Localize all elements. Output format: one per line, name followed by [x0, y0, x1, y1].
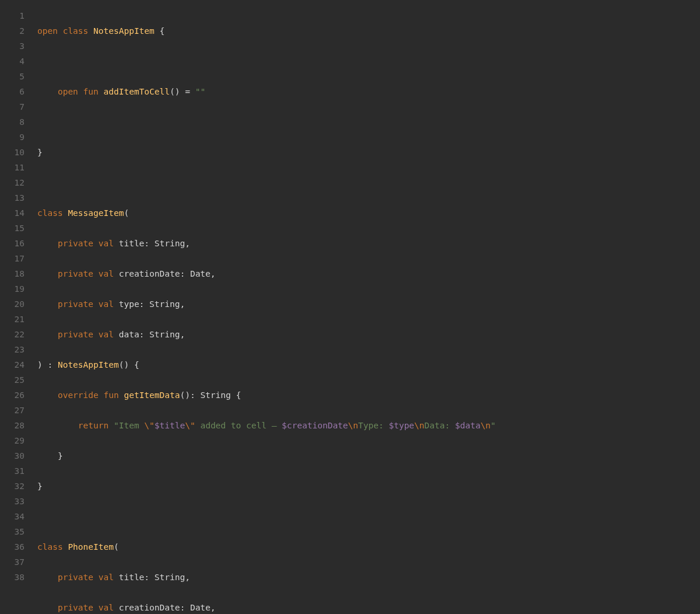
code-line[interactable]: class MessageItem(	[37, 205, 496, 221]
line-number: 8	[0, 114, 24, 130]
line-number: 2	[0, 23, 24, 39]
line-number: 30	[0, 448, 24, 463]
line-number: 34	[0, 509, 24, 524]
line-number: 22	[0, 327, 24, 342]
line-number: 5	[0, 69, 24, 84]
line-number: 32	[0, 479, 24, 494]
line-number: 35	[0, 524, 24, 539]
line-number: 13	[0, 190, 24, 205]
code-line[interactable]	[37, 175, 496, 190]
line-number: 6	[0, 84, 24, 99]
line-number: 11	[0, 160, 24, 175]
line-number: 25	[0, 372, 24, 388]
line-number: 38	[0, 570, 24, 585]
code-line[interactable]: return "Item \"$title\" added to cell — …	[37, 418, 496, 433]
code-line[interactable]: private val data: String,	[37, 327, 496, 342]
line-number: 12	[0, 175, 24, 190]
line-number: 7	[0, 99, 24, 114]
line-number: 15	[0, 221, 24, 236]
line-number: 31	[0, 463, 24, 479]
code-line[interactable]: open fun addItemToCell() = ""	[37, 84, 496, 99]
line-number: 36	[0, 539, 24, 554]
code-line[interactable]: open class NotesAppItem {	[37, 23, 496, 39]
line-number: 1	[0, 8, 24, 23]
line-number: 10	[0, 145, 24, 160]
line-number: 23	[0, 342, 24, 357]
line-number: 3	[0, 39, 24, 54]
code-editor[interactable]: 1 2 3 4 5 6 7 8 9 10 11 12 13 14 15 16 1…	[0, 8, 700, 614]
code-line[interactable]: class PhoneItem(	[37, 539, 496, 554]
line-number: 14	[0, 205, 24, 221]
line-number: 17	[0, 251, 24, 266]
line-number: 37	[0, 554, 24, 570]
line-number-gutter: 1 2 3 4 5 6 7 8 9 10 11 12 13 14 15 16 1…	[0, 8, 28, 614]
line-number: 18	[0, 266, 24, 281]
line-number: 16	[0, 236, 24, 251]
code-line[interactable]: private val type: String,	[37, 296, 496, 312]
line-number: 27	[0, 403, 24, 418]
line-number: 4	[0, 54, 24, 69]
line-number: 20	[0, 296, 24, 312]
code-line[interactable]: private val title: String,	[37, 236, 496, 251]
code-line[interactable]: private val creationDate: Date,	[37, 600, 496, 614]
line-number: 26	[0, 388, 24, 403]
code-line[interactable]	[37, 509, 496, 524]
line-number: 24	[0, 357, 24, 372]
code-line[interactable]: private val title: String,	[37, 570, 496, 585]
line-number: 28	[0, 418, 24, 433]
code-line[interactable]: override fun getItemData(): String {	[37, 388, 496, 403]
line-number: 19	[0, 281, 24, 296]
code-line[interactable]	[37, 114, 496, 130]
line-number: 33	[0, 494, 24, 509]
code-area[interactable]: open class NotesAppItem { open fun addIt…	[28, 8, 496, 614]
line-number: 9	[0, 130, 24, 145]
code-line[interactable]: ) : NotesAppItem() {	[37, 357, 496, 372]
code-line[interactable]: }	[37, 145, 496, 160]
code-line[interactable]: }	[37, 479, 496, 494]
line-number: 29	[0, 433, 24, 448]
code-line[interactable]: }	[37, 448, 496, 463]
line-number: 21	[0, 312, 24, 327]
code-line[interactable]	[37, 54, 496, 69]
code-line[interactable]: private val creationDate: Date,	[37, 266, 496, 281]
